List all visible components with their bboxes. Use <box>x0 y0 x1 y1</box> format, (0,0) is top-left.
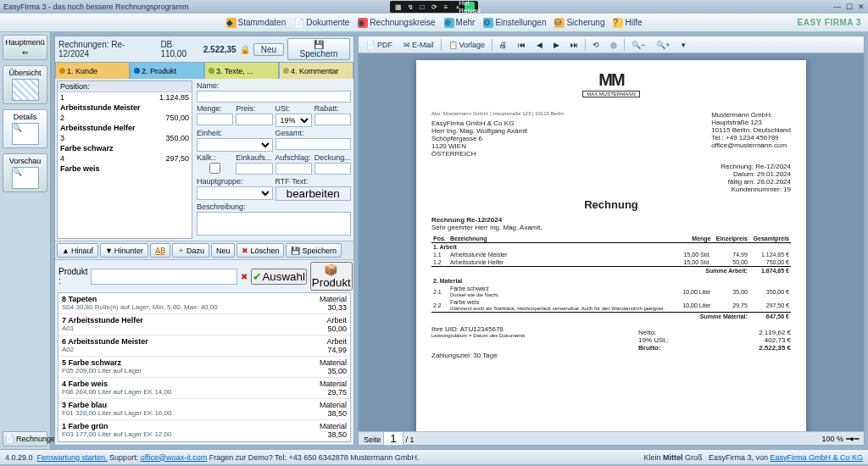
abc-button[interactable]: A̲B̲ <box>150 243 170 258</box>
maximize-icon[interactable]: ☐ <box>846 3 853 11</box>
close-icon[interactable]: ✕ <box>858 3 865 11</box>
tab-kunde[interactable]: 1. Kunde <box>55 62 130 79</box>
lock-icon[interactable]: 🔒 <box>240 45 250 54</box>
dev-tools: ▦ ↯ □ ⟳ ≡ ● Hot Reload <box>390 1 478 13</box>
name-input[interactable] <box>197 91 351 103</box>
fit-icon[interactable]: ▾ <box>677 39 690 51</box>
auswahl-button[interactable]: ✔Auswahl <box>251 269 306 285</box>
sidebar-uebersicht[interactable]: Übersicht <box>3 65 47 104</box>
speichern-pos-button[interactable]: 💾Speichern <box>286 243 342 258</box>
support-email[interactable]: office@woax-it.com <box>141 453 208 462</box>
deckung-input[interactable] <box>314 163 351 175</box>
aufschlag-label: Aufschlag: <box>275 153 312 162</box>
tool-icon[interactable]: ↯ <box>405 2 415 12</box>
product-row[interactable]: 7 Arbeitsstunde HelferA01Arbeit50,00 <box>58 314 350 336</box>
kalk-check[interactable] <box>197 163 233 174</box>
bearbeiten-button[interactable]: bearbeiten <box>275 186 352 201</box>
menge-label: Menge: <box>197 104 233 113</box>
status-bar: 4.0.29.0 Fernwartung starten. Support: o… <box>0 449 868 464</box>
target-icon[interactable]: ◎ <box>606 39 621 51</box>
preis-input[interactable] <box>236 114 272 125</box>
einkaufs-label: Einkaufs... <box>236 153 272 162</box>
menu-sicherung[interactable]: ⛁Sicherung <box>554 18 604 28</box>
tool-icon[interactable]: ⟳ <box>429 2 439 12</box>
gesamt-input[interactable] <box>275 138 352 150</box>
size-toggle[interactable]: Klein Mittel Groß <box>643 453 702 462</box>
gesamt-label: Gesamt: <box>275 129 352 137</box>
clear-icon[interactable]: ✖ <box>241 272 248 281</box>
product-row[interactable]: 5 Farbe schwarzF05 209,00 Liter auf Lage… <box>58 357 350 378</box>
vendor-link[interactable]: EasyFirma GmbH & Co KG <box>770 453 863 462</box>
first-page-icon[interactable]: ⏮ <box>514 39 530 51</box>
greeting: Sehr geehrter Herr Ing. Mag. Axamit, <box>431 224 791 231</box>
hot-reload[interactable]: Hot Reload <box>465 2 475 12</box>
product-list[interactable]: 8 TapetenS04 30,80 Rolle(n) auf Lager, M… <box>58 292 351 442</box>
doc-icon: 📄 <box>5 435 14 443</box>
loeschen-button[interactable]: ✖Löschen <box>236 243 284 258</box>
last-page-icon[interactable]: ⏭ <box>566 39 582 51</box>
preview-panel: 📄PDF ✉E-Mail 📋Vorlage 🖨 ⏮ ◀ ▶ ⏭ ⟲ ◎ 🔍− 🔍… <box>358 36 865 446</box>
produkt-button[interactable]: 📦Produkt <box>310 262 353 291</box>
tool-icon[interactable]: □ <box>417 2 427 12</box>
menu-stammdaten[interactable]: ◆Stammdaten <box>226 18 287 28</box>
product-row[interactable]: 3 Farbe blauF01 326,00 Liter auf Lager E… <box>58 399 350 420</box>
hauptgruppe-select[interactable] <box>197 186 273 200</box>
sidebar-details[interactable]: Details🔍 <box>3 109 47 148</box>
preview-area[interactable]: MMMAX MUSTERMANN Abs. Mustermann GmbH. |… <box>359 53 864 431</box>
tab-produkt[interactable]: 2. Produkt <box>130 62 204 79</box>
print-icon[interactable]: 🖨 <box>495 39 511 51</box>
zoom-slider[interactable]: ━●━ <box>846 435 859 443</box>
zoom-in-icon[interactable]: 🔍+ <box>652 39 674 51</box>
product-row[interactable]: 6 Arbeitsstunde MeisterA02Arbeit74,99 <box>58 336 350 357</box>
page-input[interactable] <box>383 431 403 446</box>
menge-input[interactable] <box>197 114 233 125</box>
fernwartung-link[interactable]: Fernwartung starten. <box>37 453 108 462</box>
new-button[interactable]: Neu <box>253 43 284 56</box>
zoom-out-icon[interactable]: 🔍− <box>627 39 649 51</box>
rabatt-input[interactable] <box>314 114 351 125</box>
zahlungsziel: Zahlungsziel: 30 Tage <box>431 352 791 359</box>
einkaufs-input[interactable] <box>236 163 272 175</box>
hinunter-button[interactable]: ▼Hinunter <box>100 243 148 258</box>
main-menu: ◆Stammdaten 📄Dokumente ◉Rechnungskreise … <box>0 14 868 32</box>
dazu-button[interactable]: ＋Dazu <box>172 243 209 258</box>
tool-icon[interactable]: ≡ <box>441 2 451 12</box>
menu-mehr[interactable]: ⊕Mehr <box>444 18 476 28</box>
preview-icon: 🔍 <box>12 167 39 189</box>
refresh-icon[interactable]: ⟲ <box>588 39 604 51</box>
email-button[interactable]: ✉E-Mail <box>399 39 438 51</box>
einheit-label: Einheit: <box>197 129 273 137</box>
prev-page-icon[interactable]: ◀ <box>532 39 547 51</box>
minimize-icon[interactable]: — <box>833 3 841 11</box>
hinauf-button[interactable]: ▲Hinauf <box>57 243 98 258</box>
product-row[interactable]: 8 TapetenS04 30,80 Rolle(n) auf Lager, M… <box>58 293 350 314</box>
window-controls: — ☐ ✕ <box>833 3 865 11</box>
invoice-heading: Rechnung <box>431 198 791 211</box>
sidebar-hauptmenu[interactable]: Hauptmenü⇐ <box>3 35 47 60</box>
product-row[interactable]: 4 Farbe weisF06 264,00 Liter auf Lager E… <box>58 378 350 399</box>
beschreibung-input[interactable] <box>197 212 351 236</box>
neu-pos-button[interactable]: Neu <box>211 243 236 258</box>
tab-texte[interactable]: 3. Texte, ... <box>204 62 279 79</box>
product-row[interactable]: 1 Farbe grünF03 177,00 Liter auf Lager E… <box>58 420 350 441</box>
produkt-label: Produkt : <box>58 267 87 286</box>
ust-select[interactable]: 19% <box>275 114 312 127</box>
einheit-select[interactable] <box>197 138 273 152</box>
zoom-label: 100 % <box>822 435 844 443</box>
menu-dokumente[interactable]: 📄Dokumente <box>294 18 349 28</box>
menu-einstellungen[interactable]: ⚙Einstellungen <box>483 18 546 28</box>
position-list[interactable]: Position: 11.124,85Arbeitsstunde Meister… <box>57 80 192 239</box>
aufschlag-input[interactable] <box>275 163 312 175</box>
sidebar-rechnungen[interactable]: 📄Rechnunge <box>3 431 47 447</box>
sidebar-vorschau[interactable]: Vorschau🔍 <box>3 153 47 192</box>
save-button[interactable]: 💾Speichern <box>287 38 350 60</box>
tool-icon[interactable]: ▦ <box>393 2 403 12</box>
menu-hilfe[interactable]: ?Hilfe <box>613 18 642 28</box>
product-search[interactable] <box>91 269 237 285</box>
vorlage-button[interactable]: 📋Vorlage <box>444 39 490 51</box>
next-page-icon[interactable]: ▶ <box>549 39 564 51</box>
menu-rechnungskreise[interactable]: ◉Rechnungskreise <box>358 18 435 28</box>
tab-kommentar[interactable]: 4. Kommentar <box>279 62 353 79</box>
invoice-table: Pos.Bezeichnung MengeEinzelpreisGesamtpr… <box>431 235 791 320</box>
pdf-button[interactable]: 📄PDF <box>362 39 397 51</box>
